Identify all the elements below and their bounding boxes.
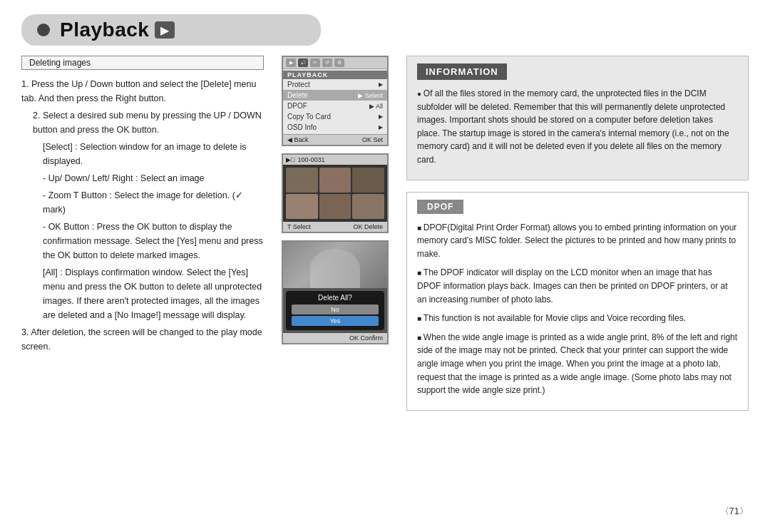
cam-menu-delete: Delete ▶ Select bbox=[283, 90, 387, 101]
dpof-label: DPOF bbox=[287, 102, 307, 110]
camera-screen-thumbnails: ▶□ 100-0031 T Select OK Delete bbox=[282, 153, 389, 233]
step-select: [Select] : Selection window for an image… bbox=[21, 140, 264, 168]
cam-t-label: T Select bbox=[287, 223, 311, 230]
cam-menu-dpof: DPOF ▶ All bbox=[283, 101, 387, 111]
copy-label: Copy To Card bbox=[287, 113, 331, 121]
cam-icons: ▶ 🔊 ✂ ↺ ⚙ bbox=[286, 58, 344, 67]
title-bullet-icon bbox=[37, 24, 50, 36]
cam-screen2-bottom: T Select OK Delete bbox=[283, 222, 387, 232]
cam-menu: PLAYBACK Protect ▶ Delete ▶ Select DPOF … bbox=[283, 69, 387, 134]
cam-screen2-top: ▶□ 100-0031 bbox=[283, 155, 387, 165]
cam-dialog: Delete All? No Yes bbox=[286, 291, 384, 330]
cam-dialog-title: Delete All? bbox=[292, 294, 379, 302]
cam-icon-5: ⚙ bbox=[334, 58, 344, 67]
step-2: 2. Select a desired sub menu by pressing… bbox=[21, 108, 264, 137]
cam-menu-title: PLAYBACK bbox=[283, 71, 387, 79]
cam-thumb-1 bbox=[286, 168, 318, 193]
step-ok: - OK Button : Press the OK button to dis… bbox=[21, 220, 264, 262]
cam-top-bar-1: ▶ 🔊 ✂ ↺ ⚙ bbox=[283, 57, 387, 69]
info-para-1: Of all the files stored in the memory ca… bbox=[417, 87, 738, 167]
osd-label: OSD Info bbox=[287, 123, 317, 131]
dpof-sub: ▶ All bbox=[369, 103, 383, 110]
copy-arrow: ▶ bbox=[379, 113, 383, 120]
camera-screen-confirm: Delete All? No Yes OK Confirm bbox=[282, 240, 389, 344]
osd-arrow: ▶ bbox=[379, 124, 383, 131]
cam-thumb-3 bbox=[352, 168, 384, 193]
cam-folder-label: 100-0031 bbox=[297, 156, 324, 163]
center-column: ▶ 🔊 ✂ ↺ ⚙ PLAYBACK Protect ▶ Delete bbox=[278, 56, 392, 501]
cam-screen3-bottom: OK Confirm bbox=[283, 333, 387, 343]
cam-menu-osd: OSD Info ▶ bbox=[283, 122, 387, 133]
cam-dialog-yes: Yes bbox=[292, 316, 379, 326]
cam-thumb-5 bbox=[319, 194, 351, 219]
cam-play-icon: ▶□ bbox=[286, 156, 294, 163]
cam-bottom-bar-1: ◀ Back OK Set bbox=[283, 134, 387, 145]
instructions: 1. Press the Up / Down button and select… bbox=[21, 77, 264, 357]
cam-thumb-6 bbox=[352, 194, 384, 219]
dpof-para-3: This function is not available for Movie… bbox=[417, 312, 738, 325]
cam-dialog-no: No bbox=[292, 305, 379, 314]
cam-icon-3: ✂ bbox=[310, 58, 320, 67]
dpof-title: DPOF bbox=[417, 200, 463, 214]
dpof-para-2: The DPOF indicator will display on the L… bbox=[417, 266, 738, 306]
delete-sub: ▶ Select bbox=[358, 92, 383, 99]
dpof-box: DPOF DPOF(Digital Print Order Format) al… bbox=[406, 192, 749, 411]
dpof-para-1: DPOF(Digital Print Order Format) allows … bbox=[417, 221, 738, 261]
cam-menu-protect: Protect ▶ bbox=[283, 79, 387, 90]
step-zoom: - Zoom T Button : Select the image for d… bbox=[21, 188, 264, 217]
main-content: Deleting images 1. Press the Up / Down b… bbox=[21, 56, 749, 501]
dpof-para-4: When the wide angle image is printed as … bbox=[417, 331, 738, 397]
right-column: INFORMATION Of all the files stored in t… bbox=[406, 56, 749, 501]
cam-ok-confirm-label: OK Confirm bbox=[349, 334, 383, 342]
cam-ok-delete-label: OK Delete bbox=[353, 223, 383, 230]
camera-screen-menu: ▶ 🔊 ✂ ↺ ⚙ PLAYBACK Protect ▶ Delete bbox=[282, 56, 389, 146]
step-3: 3. After deletion, the screen will be ch… bbox=[21, 325, 264, 354]
step-updown: - Up/ Down/ Left/ Right : Select an imag… bbox=[21, 171, 264, 185]
cam-back-label: ◀ Back bbox=[287, 136, 309, 143]
section-label: Deleting images bbox=[21, 56, 264, 70]
cam-thumb-2 bbox=[319, 168, 351, 193]
left-column: Deleting images 1. Press the Up / Down b… bbox=[21, 56, 264, 501]
cam-icon-1: ▶ bbox=[286, 58, 296, 67]
cam-icon-2: 🔊 bbox=[298, 58, 308, 67]
step-1: 1. Press the Up / Down button and select… bbox=[21, 77, 264, 106]
cam-icon-4: ↺ bbox=[322, 58, 332, 67]
cam-menu-copy: Copy To Card ▶ bbox=[283, 111, 387, 122]
cam-ok-label: OK Set bbox=[362, 136, 383, 143]
cam-thumbs-grid bbox=[283, 165, 387, 222]
playback-icon: ▶ bbox=[155, 21, 175, 39]
information-title: INFORMATION bbox=[417, 63, 507, 80]
protect-label: Protect bbox=[287, 81, 310, 88]
cam-screen3-photo bbox=[283, 242, 387, 288]
page-title: Playback bbox=[60, 19, 149, 41]
title-bar: Playback ▶ bbox=[21, 14, 321, 46]
photo-silhouette bbox=[310, 249, 360, 288]
information-box: INFORMATION Of all the files stored in t… bbox=[406, 56, 749, 180]
page-container: Playback ▶ Deleting images 1. Press the … bbox=[0, 0, 770, 532]
protect-arrow: ▶ bbox=[379, 81, 383, 88]
cam-thumb-4 bbox=[286, 194, 318, 219]
delete-label: Delete bbox=[287, 91, 308, 99]
page-number: 〈71〉 bbox=[21, 505, 749, 518]
step-all: [All] : Displays confirmation window. Se… bbox=[21, 265, 264, 322]
